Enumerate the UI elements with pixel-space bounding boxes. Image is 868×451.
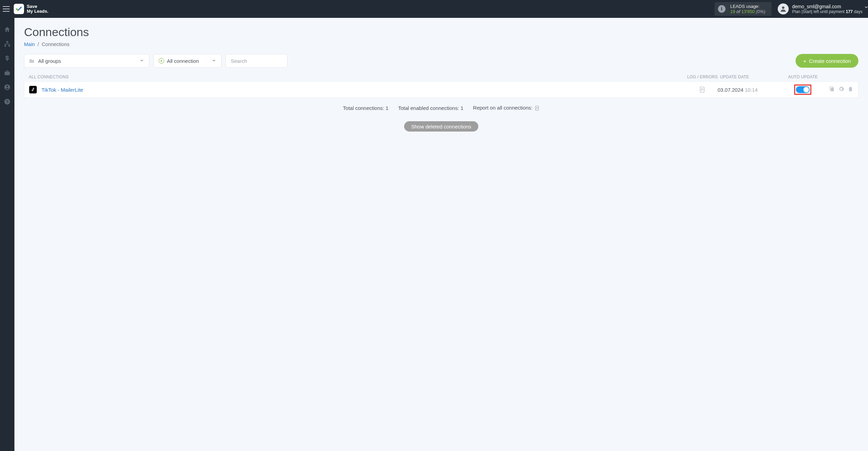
user-plan: Plan |Start| left until payment 177 days [792,9,863,14]
svg-rect-10 [831,88,834,91]
connection-filter-dropdown[interactable]: All connection [153,54,221,68]
highlight-annotation [794,84,811,95]
summary-row: Total connections: 1 Total enabled conne… [24,105,858,111]
home-icon[interactable] [4,26,11,33]
user-email: demo_sml@gmail.com [792,4,863,9]
groups-dropdown[interactable]: All groups [24,54,149,68]
svg-rect-3 [8,45,10,46]
svg-point-0 [782,7,784,9]
page-title: Connections [24,25,858,39]
leads-usage-box[interactable]: i LEADS usage: 19 of 13'850 (0%) [715,2,772,16]
total-connections: Total connections: 1 [343,105,389,111]
svg-rect-1 [7,41,8,43]
svg-rect-4 [5,72,10,75]
user-circle-icon[interactable] [4,84,11,91]
breadcrumb-current: Connections [42,42,70,47]
info-icon: i [718,5,726,13]
svg-rect-2 [4,45,6,46]
breadcrumb: Main / Connections [24,42,858,47]
create-connection-button[interactable]: + Create connection [796,54,858,68]
header-update-date: Update date [718,75,787,79]
show-deleted-button[interactable]: Show deleted connections [404,121,478,132]
leads-label: LEADS usage: [730,4,765,9]
connection-name-link[interactable]: TikTok - MailerLite [42,87,687,93]
logo-mark-icon [14,4,24,14]
auto-update-toggle[interactable] [796,86,810,93]
chevron-down-icon [212,58,216,64]
search-input[interactable] [226,54,287,68]
header-auto-update: Auto update [787,75,819,79]
gear-icon[interactable] [838,86,844,93]
report-link[interactable]: Report on all connections: [473,105,540,111]
document-icon [535,105,539,111]
table-header: All connections Log / Errors Update date… [24,72,858,81]
briefcase-icon[interactable] [4,69,11,76]
topbar: Save My Leads. i LEADS usage: 19 of 13'8… [0,0,868,18]
total-enabled: Total enabled connections: 1 [398,105,463,111]
update-date: 03.07.2024 10:14 [718,87,786,93]
svg-text:?: ? [6,99,8,104]
leads-values: 19 of 13'850 (0%) [730,9,765,14]
chevron-down-icon [139,58,144,64]
user-menu[interactable]: demo_sml@gmail.com Plan |Start| left unt… [778,3,863,14]
connection-row: TikTok - MailerLite 03.07.2024 10:14 [24,81,858,98]
copy-icon[interactable] [829,86,835,93]
header-log: Log / Errors [687,75,718,79]
log-button[interactable] [687,86,718,93]
main-content: Connections Main / Connections All group… [14,18,868,451]
tiktok-icon [29,86,37,93]
plus-icon: + [803,58,806,64]
chevron-down-icon[interactable] [864,5,868,11]
sidebar: ? [0,18,14,451]
dollar-icon[interactable] [4,55,11,62]
play-circle-icon [159,58,164,64]
logo-text: Save My Leads. [27,4,48,14]
breadcrumb-main[interactable]: Main [24,42,35,47]
folder-icon [29,58,35,63]
avatar-icon [778,3,789,14]
svg-point-6 [7,86,8,87]
trash-icon[interactable] [848,86,853,93]
header-all-connections: All connections [29,75,687,79]
help-icon[interactable]: ? [4,98,11,105]
logo[interactable]: Save My Leads. [14,4,48,14]
sitemap-icon[interactable] [4,41,11,47]
menu-toggle-icon[interactable] [3,6,10,12]
